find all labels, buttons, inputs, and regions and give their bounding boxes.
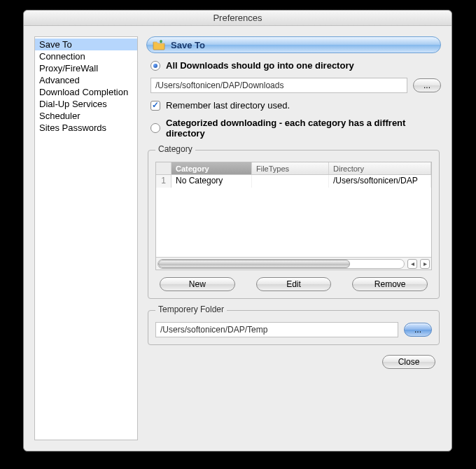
checkbox-remember-label: Remember last directory used. xyxy=(166,100,290,111)
col-header-directory[interactable]: Directory xyxy=(329,162,431,174)
sidebar-item-label: Sites Passwords xyxy=(39,122,106,133)
radio-categorized[interactable]: Categorized downloading - each category … xyxy=(146,118,441,139)
category-legend: Category xyxy=(155,144,195,154)
sidebar-item-label: Save To xyxy=(39,39,72,50)
radio-single-directory[interactable]: All Downloads should go into one directo… xyxy=(146,60,441,71)
radio-icon xyxy=(150,61,160,71)
scroll-left-button[interactable]: ◂ xyxy=(407,259,417,269)
radio-categorized-label: Categorized downloading - each category … xyxy=(166,118,441,139)
folder-icon xyxy=(153,39,165,50)
scrollbar-track[interactable] xyxy=(158,259,405,269)
category-table: Category FileTypes Directory 1 No Catego… xyxy=(155,162,432,270)
sidebar-item-connection[interactable]: Connection xyxy=(35,50,137,62)
download-path-input[interactable]: /Users/softonicen/DAP/Downloads xyxy=(150,78,407,93)
remove-category-button[interactable]: Remove xyxy=(352,277,428,291)
section-title: Save To xyxy=(171,40,205,50)
sidebar-item-label: Scheduler xyxy=(39,111,80,121)
radio-single-directory-label: All Downloads should go into one directo… xyxy=(166,60,354,71)
preferences-window: Preferences Save To Connection Proxy/Fir… xyxy=(23,10,452,451)
window-title: Preferences xyxy=(24,10,451,26)
radio-icon xyxy=(150,123,160,133)
checkbox-icon xyxy=(150,101,160,111)
cell-num: 1 xyxy=(156,175,172,188)
content-area: Save To Connection Proxy/FireWall Advanc… xyxy=(24,26,451,451)
table-body: 1 No Category /Users/softonicen/DAP xyxy=(156,175,431,257)
checkbox-remember-last-dir[interactable]: Remember last directory used. xyxy=(146,100,441,111)
sidebar-item-label: Advanced xyxy=(39,75,80,85)
temporary-folder-groupbox: Temporery Folder /Users/softonicen/DAP/T… xyxy=(148,310,440,345)
category-groupbox: Category Category FileTypes Directory 1 … xyxy=(148,150,440,299)
sidebar-item-download-completion[interactable]: Download Completion xyxy=(35,86,137,98)
cell-directory: /Users/softonicen/DAP xyxy=(329,175,431,188)
edit-category-button[interactable]: Edit xyxy=(256,277,332,291)
browse-temp-path-button[interactable]: ... xyxy=(404,323,432,337)
sidebar-item-label: Download Completion xyxy=(39,87,128,97)
main-panel: Save To All Downloads should go into one… xyxy=(146,36,441,440)
sidebar-item-sites-passwords[interactable]: Sites Passwords xyxy=(35,122,137,134)
sidebar-item-label: Connection xyxy=(39,51,85,62)
table-header: Category FileTypes Directory xyxy=(156,162,431,175)
temporary-folder-legend: Temporery Folder xyxy=(155,304,227,314)
cell-filetypes xyxy=(252,175,329,188)
cell-category: No Category xyxy=(172,175,252,188)
close-button[interactable]: Close xyxy=(382,355,435,369)
sidebar-item-scheduler[interactable]: Scheduler xyxy=(35,110,137,122)
browse-download-path-button[interactable]: ... xyxy=(413,78,441,92)
sidebar-item-save-to[interactable]: Save To xyxy=(35,38,137,50)
sidebar: Save To Connection Proxy/FireWall Advanc… xyxy=(34,36,138,440)
sidebar-item-dial-up[interactable]: Dial-Up Services xyxy=(35,98,137,110)
sidebar-item-label: Dial-Up Services xyxy=(39,99,107,109)
col-header-filetypes[interactable]: FileTypes xyxy=(252,162,329,174)
sidebar-item-label: Proxy/FireWall xyxy=(39,63,98,74)
section-header: Save To xyxy=(146,36,441,53)
scroll-right-button[interactable]: ▸ xyxy=(420,259,430,269)
sidebar-item-proxy-firewall[interactable]: Proxy/FireWall xyxy=(35,62,137,74)
new-category-button[interactable]: New xyxy=(160,277,235,291)
col-header-category[interactable]: Category xyxy=(172,162,252,174)
scrollbar-thumb[interactable] xyxy=(158,260,350,268)
temp-path-input[interactable]: /Users/softonicen/DAP/Temp xyxy=(155,322,398,337)
horizontal-scrollbar[interactable]: ◂ ▸ xyxy=(156,257,431,270)
col-header-num[interactable] xyxy=(156,162,172,174)
sidebar-item-advanced[interactable]: Advanced xyxy=(35,74,137,86)
table-row[interactable]: 1 No Category /Users/softonicen/DAP xyxy=(156,175,431,188)
